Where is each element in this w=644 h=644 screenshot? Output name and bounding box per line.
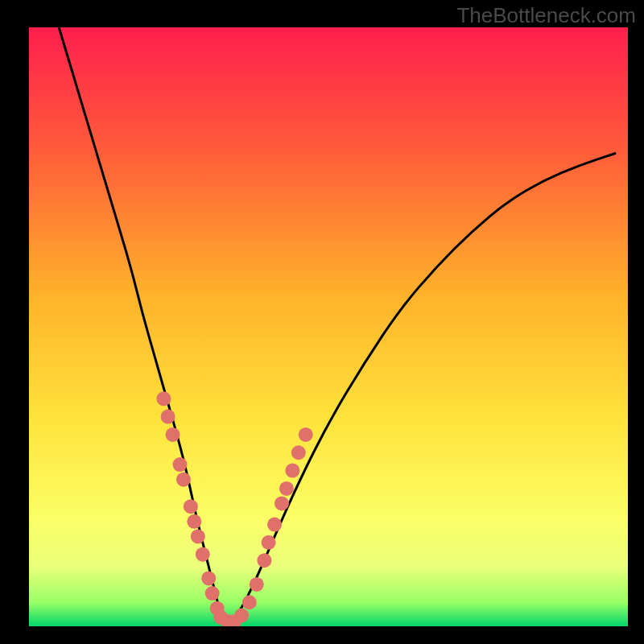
chart-frame — [16, 27, 628, 639]
marker-dot — [205, 586, 220, 601]
marker-dot — [285, 464, 299, 478]
marker-dot — [262, 535, 276, 550]
marker-dot — [176, 473, 191, 487]
marker-dot — [279, 481, 294, 496]
marker-dot — [201, 571, 216, 585]
marker-dot — [299, 427, 313, 442]
v-curve-path — [59, 27, 616, 621]
marker-dot — [161, 410, 175, 424]
marker-dot — [242, 595, 257, 609]
marker-dot — [234, 609, 249, 623]
marker-dots-group — [156, 391, 312, 626]
plot-area — [29, 27, 628, 626]
marker-dot — [267, 518, 282, 532]
marker-dot — [184, 499, 198, 514]
watermark-text: TheBottleneck.com — [456, 3, 636, 28]
marker-dot — [187, 514, 201, 529]
marker-dot — [257, 553, 271, 568]
marker-dot — [172, 457, 187, 472]
marker-dot — [196, 547, 210, 562]
v-curve-svg — [29, 27, 628, 626]
marker-dot — [166, 427, 180, 442]
marker-dot — [191, 529, 205, 543]
marker-dot — [291, 445, 306, 460]
marker-dot — [156, 391, 171, 406]
marker-dot — [275, 496, 289, 510]
marker-dot — [250, 577, 264, 592]
